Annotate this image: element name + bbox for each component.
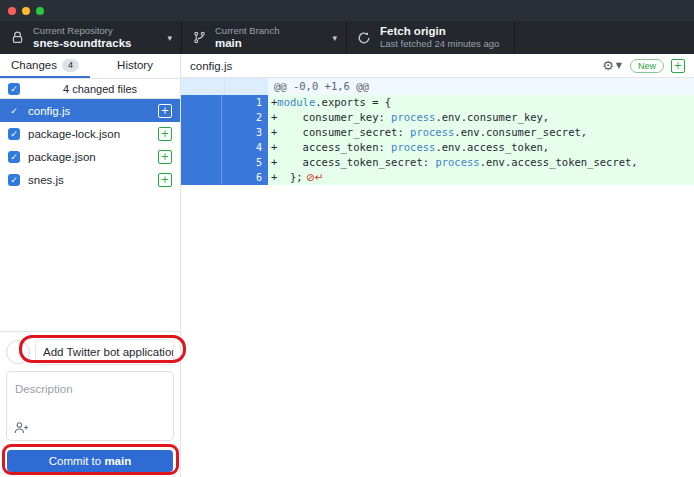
minimize-window-button[interactable] — [22, 7, 30, 15]
file-name: config.js — [28, 105, 158, 117]
diff-line: 6+ }; ⊘↵ — [181, 170, 694, 185]
file-name: snes.js — [28, 174, 158, 186]
include-file-checkbox[interactable]: ✓ — [8, 105, 20, 117]
file-status-added-icon: + — [671, 59, 685, 73]
include-file-checkbox[interactable]: ✓ — [8, 151, 20, 163]
current-repository-label: Current Repository — [33, 25, 163, 37]
include-file-checkbox[interactable]: ✓ — [8, 128, 20, 140]
current-repository-button[interactable]: Current Repository snes-soundtracks ▾ — [0, 21, 182, 54]
changed-files-header: ✓ 4 changed files — [0, 79, 180, 99]
close-window-button[interactable] — [8, 7, 16, 15]
diff-lines: 1+module.exports = {2+ consumer_key: pro… — [181, 95, 694, 185]
diff-line-code: + access_token_secret: process.env.acces… — [268, 155, 694, 170]
diff-line: 4+ access_token: process.env.access_toke… — [181, 140, 694, 155]
git-branch-icon — [191, 30, 207, 46]
chevron-down-icon: ▾ — [167, 33, 172, 43]
include-file-checkbox[interactable]: ✓ — [8, 174, 20, 186]
changes-count-badge: 4 — [62, 59, 79, 72]
file-status-added-icon: + — [158, 173, 172, 187]
diff-header: config.js ⚙ ▼ New + — [181, 54, 694, 78]
diff-line: 2+ consumer_key: process.env.consumer_ke… — [181, 110, 694, 125]
current-branch-value: main — [215, 37, 328, 50]
description-placeholder: Description — [15, 383, 73, 395]
add-coauthor-icon[interactable] — [14, 421, 29, 434]
sync-icon — [356, 30, 372, 46]
tab-history-label: History — [117, 59, 153, 71]
diff-line-gutter[interactable]: 3 — [181, 125, 268, 140]
diff-filename: config.js — [190, 60, 602, 72]
tab-changes-label: Changes — [11, 59, 57, 71]
fetch-origin-button[interactable]: Fetch origin Last fetched 24 minutes ago — [347, 21, 515, 54]
diff-line-gutter[interactable]: 1 — [181, 95, 268, 110]
diff-hunk-header: @@ -0,0 +1,6 @@ — [181, 78, 694, 95]
diff-line: 5+ access_token_secret: process.env.acce… — [181, 155, 694, 170]
commit-area: Add Twitter bot application code Descrip… — [0, 331, 180, 477]
diff-line-code: + }; ⊘↵ — [268, 170, 694, 185]
file-status-added-icon: + — [158, 150, 172, 164]
diff-line-code: + consumer_secret: process.env.consumer_… — [268, 125, 694, 140]
file-name: package-lock.json — [28, 128, 158, 140]
file-row[interactable]: ✓package.json+ — [0, 145, 180, 168]
file-row[interactable]: ✓snes.js+ — [0, 168, 180, 191]
hunk-gutter — [181, 78, 268, 95]
commit-summary-input[interactable]: Add Twitter bot application code — [35, 339, 174, 365]
current-repository-value: snes-soundtracks — [33, 37, 163, 50]
diff-line-code: +module.exports = { — [268, 95, 694, 110]
fetch-origin-label: Fetch origin — [380, 25, 505, 38]
include-all-checkbox[interactable]: ✓ — [8, 83, 20, 95]
current-branch-label: Current Branch — [215, 25, 328, 37]
current-branch-button[interactable]: Current Branch main ▾ — [182, 21, 347, 54]
tab-history[interactable]: History — [90, 54, 180, 78]
avatar — [6, 340, 30, 364]
diff-line: 3+ consumer_secret: process.env.consumer… — [181, 125, 694, 140]
sidebar-tabs: Changes 4 History — [0, 54, 180, 79]
changed-files-count: 4 changed files — [28, 83, 172, 95]
hunk-header-text: @@ -0,0 +1,6 @@ — [268, 78, 694, 95]
titlebar — [0, 0, 694, 21]
toolbar: Current Repository snes-soundtracks ▾ Cu… — [0, 21, 694, 54]
file-status-added-icon: + — [158, 104, 172, 118]
lock-icon — [9, 30, 25, 46]
file-row[interactable]: ✓config.js+ — [0, 99, 180, 122]
diff-pane: config.js ⚙ ▼ New + @@ -0,0 +1,6 @@ 1+mo… — [181, 54, 694, 477]
chevron-down-icon[interactable]: ▼ — [616, 61, 622, 70]
file-status-added-icon: + — [158, 127, 172, 141]
commit-description-input[interactable]: Description — [6, 371, 174, 441]
toolbar-spacer — [515, 21, 694, 54]
commit-to-branch-button[interactable]: Commit to main — [7, 450, 173, 472]
zoom-window-button[interactable] — [36, 7, 44, 15]
changed-file-list: ✓config.js+✓package-lock.json+✓package.j… — [0, 99, 180, 191]
diff-line-code: + consumer_key: process.env.consumer_key… — [268, 110, 694, 125]
diff-line-gutter[interactable]: 5 — [181, 155, 268, 170]
gear-icon[interactable]: ⚙ — [602, 59, 614, 72]
file-name: package.json — [28, 151, 158, 163]
diff-line-code: + access_token: process.env.access_token… — [268, 140, 694, 155]
changes-sidebar: Changes 4 History ✓ 4 changed files ✓con… — [0, 54, 181, 477]
chevron-down-icon: ▾ — [332, 33, 337, 43]
diff-line-gutter[interactable]: 4 — [181, 140, 268, 155]
file-row[interactable]: ✓package-lock.json+ — [0, 122, 180, 145]
diff-line-gutter[interactable]: 6 — [181, 170, 268, 185]
diff-line-gutter[interactable]: 2 — [181, 110, 268, 125]
new-file-badge: New — [630, 59, 664, 73]
tab-changes[interactable]: Changes 4 — [0, 54, 90, 78]
github-desktop-window: Current Repository snes-soundtracks ▾ Cu… — [0, 0, 694, 477]
diff-line: 1+module.exports = { — [181, 95, 694, 110]
fetch-origin-sublabel: Last fetched 24 minutes ago — [380, 38, 505, 50]
